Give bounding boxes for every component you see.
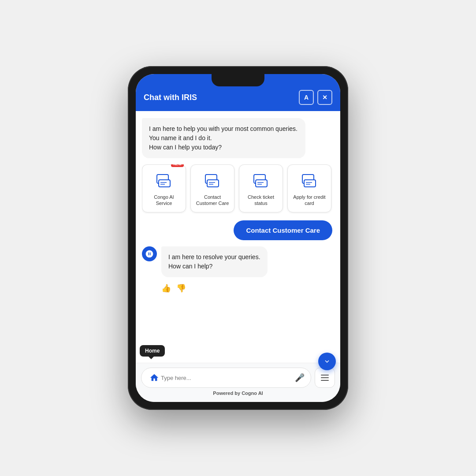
action-card-credit-card[interactable]: Apply for credit card bbox=[287, 164, 331, 212]
translate-button[interactable]: A bbox=[299, 90, 314, 105]
thumbs-up-icon: 👍 bbox=[161, 284, 171, 293]
chat-input[interactable] bbox=[161, 375, 295, 381]
quick-actions-row: NEW Congo AI Service bbox=[142, 164, 334, 214]
close-icon: ✕ bbox=[322, 94, 327, 101]
input-area: Home 🎤 bbox=[136, 363, 340, 402]
menu-icon-line1 bbox=[321, 375, 329, 376]
home-tooltip: Home bbox=[140, 345, 165, 357]
chat-title: Chat with IRIS bbox=[144, 93, 197, 102]
action-card-ticket-status-label: Check ticket status bbox=[244, 194, 278, 207]
svg-rect-1 bbox=[159, 180, 170, 187]
svg-rect-9 bbox=[256, 180, 267, 187]
action-card-contact-care-label: Contact Customer Care bbox=[195, 194, 230, 207]
bot-response-text: I am here to resolve your queries.How ca… bbox=[168, 253, 260, 270]
svg-rect-5 bbox=[207, 180, 219, 187]
action-card-ticket-status[interactable]: Check ticket status bbox=[239, 164, 283, 212]
action-card-ticket-status-icon bbox=[251, 171, 271, 190]
action-card-congo-ai-label: Congo AI Service bbox=[147, 194, 181, 207]
action-card-congo-ai[interactable]: NEW Congo AI Service bbox=[142, 164, 186, 212]
chat-body: I am here to help you with your most com… bbox=[136, 111, 340, 363]
menu-button[interactable] bbox=[315, 368, 335, 388]
input-container: Home 🎤 bbox=[141, 368, 311, 388]
bot-response-row: I am here to resolve your queries.How ca… bbox=[142, 246, 334, 277]
new-badge: NEW bbox=[171, 164, 184, 167]
feedback-row: 👍 👎 bbox=[161, 283, 334, 293]
bot-avatar bbox=[142, 246, 157, 261]
svg-rect-13 bbox=[304, 180, 316, 187]
action-card-credit-card-icon bbox=[300, 171, 319, 190]
action-card-congo-ai-icon bbox=[154, 171, 174, 190]
menu-icon-line3 bbox=[321, 380, 329, 381]
phone-frame: Chat with IRIS A ✕ I am here to help you… bbox=[128, 66, 348, 410]
thumbs-down-button[interactable]: 👎 bbox=[176, 283, 186, 293]
bot-greeting-text: I am here to help you with your most com… bbox=[149, 125, 298, 151]
powered-by-brand: Cogno AI bbox=[242, 390, 263, 396]
phone-screen: Chat with IRIS A ✕ I am here to help you… bbox=[136, 74, 340, 402]
powered-by-prefix: Powered by bbox=[213, 390, 242, 396]
chevron-down-icon bbox=[323, 357, 331, 365]
powered-by: Powered by Cogno AI bbox=[141, 388, 335, 398]
action-card-contact-care-icon bbox=[203, 171, 222, 190]
thumbs-down-icon: 👎 bbox=[176, 284, 186, 293]
bot-greeting-message: I am here to help you with your most com… bbox=[142, 118, 305, 158]
translate-icon: A bbox=[304, 94, 309, 101]
microphone-icon: 🎤 bbox=[295, 373, 305, 383]
home-icon bbox=[149, 373, 159, 383]
menu-icon-line2 bbox=[321, 377, 329, 378]
input-row: Home 🎤 bbox=[141, 368, 335, 388]
home-button[interactable] bbox=[148, 371, 161, 384]
action-card-credit-card-label: Apply for credit card bbox=[292, 194, 327, 207]
user-message-text: Contact Customer Care bbox=[246, 227, 320, 234]
bot-response-message: I am here to resolve your queries.How ca… bbox=[161, 246, 268, 277]
header-actions: A ✕ bbox=[299, 90, 332, 105]
phone-notch bbox=[212, 74, 264, 86]
thumbs-up-button[interactable]: 👍 bbox=[161, 283, 171, 293]
iris-avatar-icon bbox=[145, 249, 154, 258]
close-button[interactable]: ✕ bbox=[317, 90, 332, 105]
action-card-contact-care[interactable]: Contact Customer Care bbox=[190, 164, 234, 212]
user-message-contact-care[interactable]: Contact Customer Care bbox=[234, 220, 332, 240]
scroll-down-fab[interactable] bbox=[318, 353, 336, 370]
microphone-button[interactable]: 🎤 bbox=[295, 373, 305, 383]
